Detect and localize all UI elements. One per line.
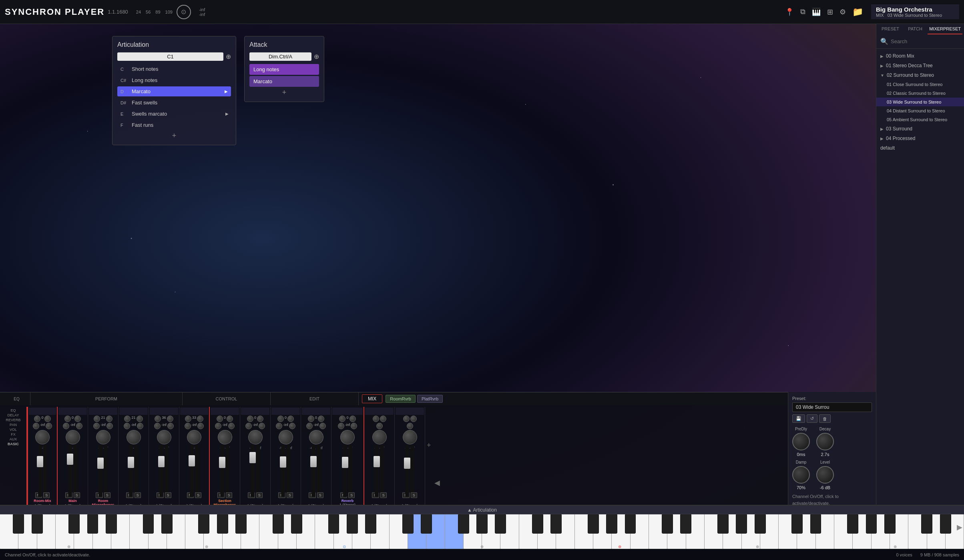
white-key-8[interactable] bbox=[149, 514, 167, 550]
white-key-9[interactable] bbox=[167, 514, 185, 550]
fader-5[interactable] bbox=[190, 445, 194, 497]
reverb-knob-8b[interactable] bbox=[289, 423, 295, 429]
white-key-31[interactable] bbox=[575, 514, 593, 550]
piano-roll-icon[interactable]: 🎹 bbox=[812, 8, 821, 16]
attack-dropdown[interactable]: Dim.Ctrl/A bbox=[249, 52, 311, 61]
tree-item-03-wide[interactable]: 03 Wide Surround to Stereo bbox=[876, 98, 964, 106]
solo-2[interactable]: S bbox=[104, 492, 110, 498]
solo-5[interactable]: S bbox=[195, 492, 201, 498]
white-key-4[interactable] bbox=[74, 514, 92, 550]
reverb-knob-12[interactable] bbox=[407, 423, 413, 429]
delay-knob-7b[interactable] bbox=[257, 416, 263, 422]
reverb-knob-0b[interactable] bbox=[46, 423, 52, 429]
pan-knob-11[interactable] bbox=[372, 430, 387, 444]
fader-3[interactable] bbox=[129, 445, 133, 497]
reverb-knob-9b[interactable] bbox=[319, 423, 326, 429]
white-key-43[interactable] bbox=[797, 514, 815, 550]
cpu-icon[interactable]: ⊞ bbox=[827, 8, 833, 16]
solo-9[interactable]: S bbox=[317, 492, 323, 498]
fader-handle-5[interactable] bbox=[189, 455, 195, 466]
white-key-41[interactable] bbox=[760, 514, 779, 550]
articulation-item-short-notes[interactable]: C Short notes bbox=[117, 64, 231, 74]
delay-knob-12b[interactable] bbox=[410, 416, 417, 422]
white-key-47[interactable] bbox=[872, 514, 890, 550]
level-knob[interactable] bbox=[816, 466, 834, 484]
white-key-11[interactable] bbox=[204, 514, 222, 550]
reverb-knob-4[interactable] bbox=[154, 423, 161, 429]
tree-item-default[interactable]: default bbox=[876, 143, 964, 153]
white-key-5[interactable] bbox=[93, 514, 111, 550]
tree-item-02-classic[interactable]: 02 Classic Surround to Stereo bbox=[876, 89, 964, 98]
pan-knob-12[interactable] bbox=[403, 430, 417, 444]
articulation-indicator[interactable]: ▲ Articulation bbox=[0, 506, 964, 514]
reverb-knob-1b[interactable] bbox=[76, 423, 82, 429]
white-key-42[interactable] bbox=[779, 514, 797, 550]
reverb-knob-1[interactable] bbox=[63, 423, 69, 429]
tree-item-00-room-mix[interactable]: ▶ 00 Room Mix bbox=[876, 51, 964, 61]
white-key-48[interactable] bbox=[890, 514, 908, 550]
reverb-knob-9[interactable] bbox=[306, 423, 313, 429]
white-key-0[interactable] bbox=[0, 514, 18, 550]
white-key-21[interactable] bbox=[390, 514, 408, 550]
tab-preset[interactable]: PRESET bbox=[878, 24, 903, 34]
pan-knob-7[interactable] bbox=[245, 427, 265, 447]
fader-4[interactable] bbox=[159, 445, 163, 497]
reverb-knob-7b[interactable] bbox=[259, 423, 265, 429]
delay-knob-8b[interactable] bbox=[287, 416, 294, 422]
reverb-knob-5[interactable] bbox=[185, 423, 191, 429]
preset-save-button[interactable]: 💾 bbox=[792, 414, 805, 423]
delay-knob-3b[interactable] bbox=[137, 416, 143, 422]
tree-item-03-surround[interactable]: ▶ 03 Surround bbox=[876, 124, 964, 134]
decay-knob[interactable] bbox=[816, 433, 834, 450]
fader-10[interactable] bbox=[343, 445, 347, 497]
white-key-1[interactable] bbox=[18, 514, 37, 550]
white-key-13[interactable] bbox=[241, 514, 259, 550]
damp-knob[interactable] bbox=[792, 466, 810, 484]
white-key-23[interactable] bbox=[426, 514, 445, 550]
white-key-44[interactable] bbox=[816, 514, 834, 550]
reverb-knob-0[interactable] bbox=[33, 423, 39, 429]
fader-7[interactable] bbox=[251, 445, 255, 497]
white-key-28[interactable] bbox=[519, 514, 538, 550]
white-key-36[interactable] bbox=[667, 514, 686, 550]
white-key-12[interactable] bbox=[223, 514, 241, 550]
white-key-3[interactable] bbox=[56, 514, 74, 550]
room-reverb-button[interactable]: RoomRvrb bbox=[386, 395, 416, 403]
reverb-knob-6b[interactable] bbox=[228, 423, 235, 429]
delay-knob-12[interactable] bbox=[403, 416, 410, 422]
articulation-item-fast-runs[interactable]: F Fast runs bbox=[117, 120, 231, 130]
meter-indicator[interactable]: ⊙ bbox=[177, 5, 191, 19]
stack-icon[interactable]: ⊕ bbox=[226, 53, 231, 60]
fader-handle-1[interactable] bbox=[67, 454, 73, 465]
piano-keys[interactable]: (function() { const keyNames = ['C','D',… bbox=[0, 514, 964, 550]
delay-knob-0b[interactable] bbox=[44, 416, 51, 422]
delay-knob-5[interactable] bbox=[185, 416, 191, 422]
tree-item-01-close[interactable]: 01 Close Surround to Stereo bbox=[876, 80, 964, 89]
pan-knob-6[interactable] bbox=[215, 427, 235, 447]
white-key-33[interactable] bbox=[612, 514, 630, 550]
fader-2[interactable] bbox=[98, 445, 102, 497]
pan-knob-8[interactable] bbox=[277, 428, 294, 446]
fader-1[interactable] bbox=[68, 445, 72, 497]
solo-7[interactable]: S bbox=[256, 492, 263, 498]
attack-item-marcato[interactable]: Marcato bbox=[249, 76, 319, 87]
reverb-knob-4b[interactable] bbox=[167, 423, 174, 429]
reverb-knob-2[interactable] bbox=[93, 423, 100, 429]
delay-knob-2[interactable] bbox=[94, 416, 100, 422]
delay-knob-10b[interactable] bbox=[349, 416, 356, 422]
white-key-51[interactable] bbox=[946, 514, 964, 550]
white-key-49[interactable] bbox=[908, 514, 927, 550]
solo-4[interactable]: S bbox=[165, 492, 171, 498]
fader-handle-0[interactable] bbox=[37, 456, 43, 467]
articulation-item-swells-marcato[interactable]: E Swells marcato bbox=[117, 109, 231, 119]
preset-delete-button[interactable]: 🗑 bbox=[819, 414, 831, 423]
tree-item-01-stereo-decca[interactable]: ▶ 01 Stereo Decca Tree bbox=[876, 61, 964, 70]
reverb-knob-2b[interactable] bbox=[106, 423, 113, 429]
white-key-2[interactable] bbox=[37, 514, 56, 550]
white-key-27[interactable] bbox=[500, 514, 519, 550]
delay-knob-4[interactable] bbox=[155, 416, 161, 422]
reverb-knob-11[interactable] bbox=[376, 423, 383, 429]
delay-knob-11[interactable] bbox=[373, 416, 379, 422]
white-key-30[interactable] bbox=[556, 514, 574, 550]
solo-8[interactable]: S bbox=[287, 492, 293, 498]
